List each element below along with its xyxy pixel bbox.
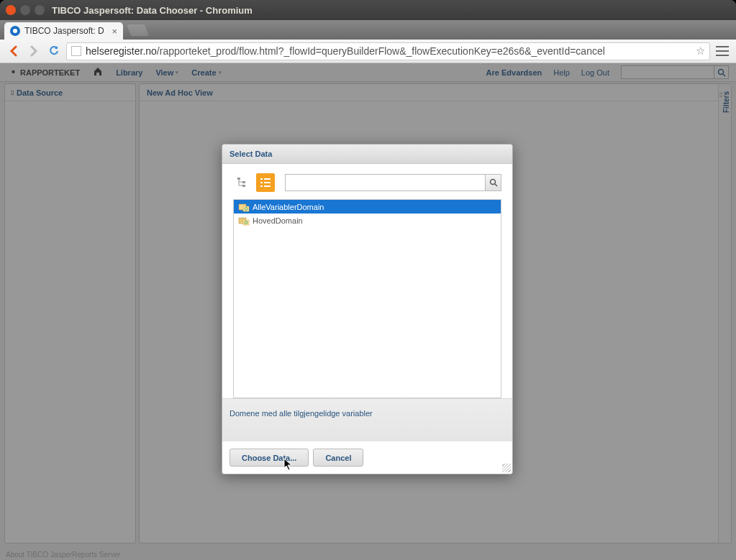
window-close-button[interactable] bbox=[6, 5, 16, 15]
bookmark-star-icon[interactable]: ☆ bbox=[696, 45, 705, 58]
window-minimize-button[interactable] bbox=[20, 5, 30, 15]
svg-rect-5 bbox=[260, 178, 263, 180]
dialog-search-input[interactable] bbox=[285, 174, 486, 191]
tab-close-icon[interactable]: × bbox=[112, 26, 117, 37]
domain-description: Domene med alle tilgjengelidge variabler bbox=[222, 398, 512, 441]
svg-rect-3 bbox=[242, 181, 245, 183]
back-button[interactable] bbox=[6, 43, 22, 59]
window-maximize-button[interactable] bbox=[35, 5, 45, 15]
select-data-dialog: Select Data bbox=[222, 144, 513, 474]
tab-strip: TIBCO Jaspersoft: D × bbox=[0, 20, 736, 40]
svg-rect-10 bbox=[264, 185, 271, 187]
domain-list: AlleVariablerDomain HovedDomain bbox=[233, 199, 501, 398]
url-text: helseregister.no/rapporteket_prod/flow.h… bbox=[86, 45, 691, 57]
hamburger-icon bbox=[716, 46, 729, 56]
list-view-button[interactable] bbox=[256, 173, 275, 192]
svg-rect-6 bbox=[264, 178, 271, 180]
svg-rect-7 bbox=[260, 182, 263, 183]
svg-rect-9 bbox=[260, 185, 263, 187]
list-item[interactable]: HovedDomain bbox=[234, 214, 501, 227]
list-item[interactable]: AlleVariablerDomain bbox=[234, 200, 501, 214]
tree-view-button[interactable] bbox=[233, 173, 252, 192]
forward-button[interactable] bbox=[26, 43, 42, 59]
tab-title: TIBCO Jaspersoft: D bbox=[24, 26, 107, 36]
domain-label: AlleVariablerDomain bbox=[253, 203, 324, 211]
svg-rect-8 bbox=[264, 182, 271, 183]
page-icon bbox=[71, 46, 81, 56]
tab-favicon bbox=[10, 26, 20, 36]
svg-rect-2 bbox=[237, 178, 240, 180]
svg-point-11 bbox=[490, 180, 495, 185]
domain-icon bbox=[238, 202, 250, 212]
window-title: TIBCO Jaspersoft: Data Chooser - Chromiu… bbox=[52, 5, 253, 16]
cancel-button[interactable]: Cancel bbox=[313, 449, 363, 467]
browser-menu-button[interactable] bbox=[714, 43, 730, 59]
domain-label: HovedDomain bbox=[253, 216, 303, 225]
choose-data-button[interactable]: Choose Data... bbox=[230, 449, 309, 467]
browser-tab[interactable]: TIBCO Jaspersoft: D × bbox=[4, 22, 123, 40]
domain-icon bbox=[238, 216, 250, 226]
svg-line-12 bbox=[495, 184, 497, 186]
dialog-title: Select Data bbox=[222, 144, 512, 164]
reload-button[interactable] bbox=[46, 43, 62, 59]
nav-bar: helseregister.no/rapporteket_prod/flow.h… bbox=[0, 40, 736, 63]
svg-rect-4 bbox=[242, 185, 245, 187]
dialog-search-button[interactable] bbox=[486, 174, 501, 191]
address-bar[interactable]: helseregister.no/rapporteket_prod/flow.h… bbox=[66, 42, 710, 60]
new-tab-button[interactable] bbox=[127, 24, 149, 36]
resize-handle[interactable] bbox=[502, 464, 511, 472]
window-titlebar: TIBCO Jaspersoft: Data Chooser - Chromiu… bbox=[0, 0, 736, 20]
